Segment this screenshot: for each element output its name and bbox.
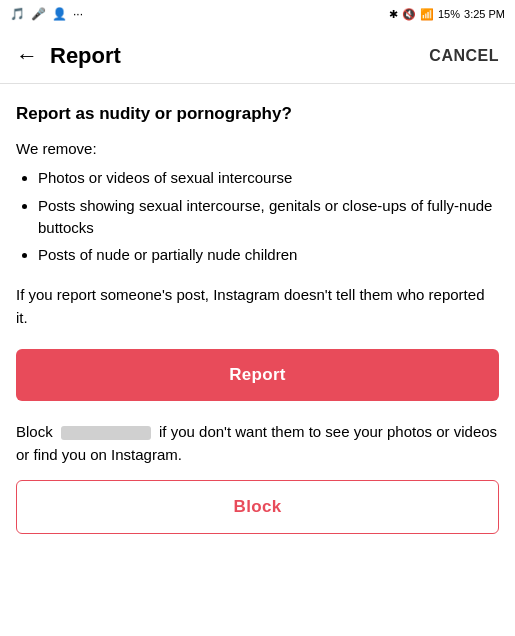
block-button[interactable]: Block bbox=[16, 480, 499, 534]
block-section: Block if you don't want them to see your… bbox=[16, 421, 499, 534]
bluetooth-icon: ✱ bbox=[389, 8, 398, 21]
header: ← Report CANCEL bbox=[0, 28, 515, 84]
person-icon: 👤 bbox=[52, 7, 67, 21]
header-left: ← Report bbox=[16, 43, 121, 69]
list-item: Photos or videos of sexual intercourse bbox=[38, 167, 499, 189]
mute-icon: 🔇 bbox=[402, 8, 416, 21]
list-item: Posts showing sexual intercourse, genita… bbox=[38, 195, 499, 239]
time-text: 3:25 PM bbox=[464, 8, 505, 20]
list-item: Posts of nude or partially nude children bbox=[38, 244, 499, 266]
username-blur bbox=[61, 426, 151, 440]
block-description: Block if you don't want them to see your… bbox=[16, 421, 499, 466]
dots-icon: ··· bbox=[73, 7, 83, 21]
report-title: Report as nudity or pornography? bbox=[16, 104, 499, 124]
main-content: Report as nudity or pornography? We remo… bbox=[0, 84, 515, 554]
page-title: Report bbox=[50, 43, 121, 69]
back-button[interactable]: ← bbox=[16, 43, 38, 69]
block-text-1: Block bbox=[16, 423, 53, 440]
we-remove-label: We remove: bbox=[16, 140, 499, 157]
status-bar: 🎵 🎤 👤 ··· ✱ 🔇 📶 15% 3:25 PM bbox=[0, 0, 515, 28]
status-right-icons: ✱ 🔇 📶 15% 3:25 PM bbox=[389, 8, 505, 21]
bullet-list: Photos or videos of sexual intercourse P… bbox=[16, 167, 499, 266]
notice-text: If you report someone's post, Instagram … bbox=[16, 284, 499, 329]
wifi-icon: 📶 bbox=[420, 8, 434, 21]
mic-icon: 🎤 bbox=[31, 7, 46, 21]
cancel-button[interactable]: CANCEL bbox=[429, 47, 499, 65]
battery-text: 15% bbox=[438, 8, 460, 20]
report-button[interactable]: Report bbox=[16, 349, 499, 401]
status-left-icons: 🎵 🎤 👤 ··· bbox=[10, 7, 83, 21]
music-icon: 🎵 bbox=[10, 7, 25, 21]
